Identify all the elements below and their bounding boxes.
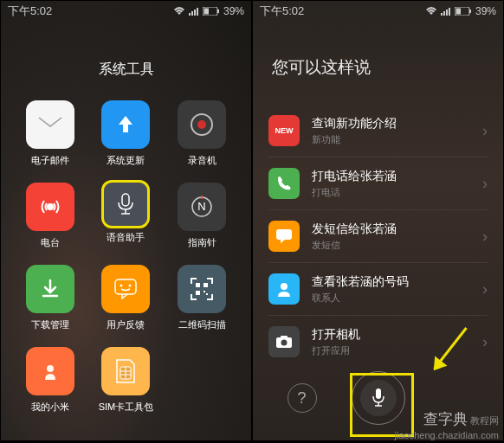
- app-update[interactable]: 系统更新: [94, 100, 158, 167]
- suggestion-main: 查看张若涵的号码: [312, 274, 482, 290]
- svg-rect-0: [189, 13, 191, 16]
- suggestion-main: 发短信给张若涵: [312, 222, 482, 237]
- svg-rect-3: [197, 8, 198, 16]
- status-indicators: 39%: [173, 5, 244, 17]
- wifi-icon: [173, 7, 185, 16]
- app-download[interactable]: 下载管理: [18, 265, 82, 331]
- svg-rect-35: [456, 9, 461, 15]
- suggestion-sub: 打开应用: [312, 344, 482, 357]
- folder-title: 系统工具: [1, 61, 251, 79]
- svg-rect-23: [204, 291, 205, 292]
- app-mic[interactable]: 语音助手: [94, 183, 158, 249]
- app-mi[interactable]: 我的小米: [18, 347, 82, 414]
- svg-point-9: [197, 120, 206, 129]
- svg-text:N: N: [197, 200, 205, 213]
- svg-rect-22: [196, 291, 200, 295]
- status-bar-left: 下午5:02 39%: [1, 1, 251, 22]
- suggestion-sub: 打电话: [312, 186, 482, 199]
- radio-icon: [26, 183, 74, 231]
- svg-point-10: [47, 203, 54, 210]
- app-label: 下载管理: [31, 318, 69, 331]
- status-time: 下午5:02: [260, 3, 304, 19]
- suggestion-main: 查询新功能介绍: [312, 116, 482, 132]
- suggestion-item[interactable]: 打电话给张若涵打电话›: [268, 157, 488, 210]
- chevron-right-icon: ›: [482, 228, 488, 246]
- svg-rect-36: [469, 10, 471, 13]
- svg-point-41: [281, 340, 288, 346]
- contact-icon: [268, 273, 300, 305]
- svg-point-25: [47, 365, 54, 372]
- app-mail[interactable]: 电子邮件: [18, 100, 82, 167]
- battery-percent: 39%: [475, 5, 496, 17]
- chevron-right-icon: ›: [482, 122, 488, 140]
- badge-icon: NEW: [268, 115, 300, 146]
- app-label: 系统更新: [107, 154, 145, 167]
- download-icon: [26, 265, 74, 313]
- svg-rect-31: [443, 11, 445, 16]
- phone-right-voice-assistant: 下午5:02 39% 您可以这样说 NEW查询新功能介绍新功能›打电话给张若涵打…: [253, 1, 503, 440]
- status-time: 下午5:02: [8, 3, 52, 19]
- watermark: 查字典 教程网 jiaocheng.chazidian.com: [395, 410, 499, 441]
- svg-rect-7: [37, 115, 63, 134]
- app-label: 二维码扫描: [178, 318, 226, 331]
- svg-rect-1: [191, 11, 193, 16]
- app-feedback[interactable]: 用户反馈: [94, 265, 158, 331]
- camera-icon: [268, 326, 300, 357]
- battery-icon: [455, 7, 472, 16]
- app-label: 指南针: [188, 236, 216, 249]
- svg-rect-6: [217, 10, 219, 13]
- svg-rect-2: [194, 10, 196, 16]
- app-grid: 电子邮件系统更新录音机电台语音助手N指南针下载管理用户反馈二维码扫描我的小米SI…: [1, 100, 251, 414]
- suggestion-sub: 新功能: [312, 133, 482, 146]
- svg-rect-30: [441, 13, 443, 16]
- app-sim[interactable]: SIM卡工具包: [94, 347, 158, 414]
- app-label: 语音助手: [107, 231, 145, 244]
- voice-assistant-title: 您可以这样说: [272, 56, 503, 79]
- suggestion-item[interactable]: 发短信给张若涵发短信›: [268, 210, 488, 263]
- svg-rect-5: [204, 9, 209, 15]
- app-label: 我的小米: [31, 401, 69, 414]
- battery-percent: 39%: [223, 5, 244, 17]
- suggestion-sub: 发短信: [312, 239, 482, 252]
- svg-point-38: [281, 283, 288, 290]
- status-bar-right: 下午5:02 39%: [253, 1, 503, 22]
- app-label: 录音机: [188, 154, 216, 167]
- app-radio[interactable]: 电台: [18, 183, 82, 249]
- sim-icon: [101, 347, 150, 395]
- battery-icon: [203, 7, 220, 16]
- mi-icon: [26, 347, 74, 395]
- signal-icon: [441, 7, 451, 16]
- phone-left-folder: 下午5:02 39% 系统工具 电子邮件系统更新录音机电台语音助手N指南针下载管…: [1, 1, 251, 440]
- app-label: 电子邮件: [31, 154, 69, 167]
- phone-icon: [268, 168, 300, 199]
- app-label: 用户反馈: [107, 318, 145, 331]
- app-qr[interactable]: 二维码扫描: [170, 265, 234, 331]
- wifi-icon: [425, 7, 437, 16]
- signal-icon: [189, 7, 199, 16]
- suggestion-sub: 联系人: [312, 292, 482, 305]
- chevron-right-icon: ›: [482, 333, 488, 351]
- app-compass[interactable]: N指南针: [170, 183, 234, 249]
- app-label: 电台: [41, 236, 60, 249]
- sms-icon: [268, 221, 300, 252]
- app-rec[interactable]: 录音机: [170, 100, 234, 167]
- chevron-right-icon: ›: [482, 175, 488, 193]
- svg-rect-32: [446, 10, 448, 16]
- svg-rect-40: [281, 336, 288, 338]
- svg-rect-17: [115, 279, 136, 294]
- svg-point-18: [120, 285, 123, 287]
- svg-rect-33: [449, 8, 450, 16]
- help-button[interactable]: ?: [288, 383, 317, 413]
- app-label: SIM卡工具包: [99, 401, 154, 414]
- svg-point-19: [129, 285, 132, 287]
- rec-icon: [178, 100, 226, 149]
- status-indicators: 39%: [425, 5, 496, 17]
- qr-icon: [178, 265, 226, 313]
- mail-icon: [26, 100, 74, 149]
- suggestion-item[interactable]: NEW查询新功能介绍新功能›: [268, 105, 488, 157]
- suggestion-item[interactable]: 查看张若涵的号码联系人›: [268, 263, 488, 316]
- svg-rect-24: [206, 293, 208, 295]
- suggestion-main: 打电话给张若涵: [312, 169, 482, 184]
- chevron-right-icon: ›: [482, 280, 488, 299]
- svg-rect-11: [122, 194, 129, 206]
